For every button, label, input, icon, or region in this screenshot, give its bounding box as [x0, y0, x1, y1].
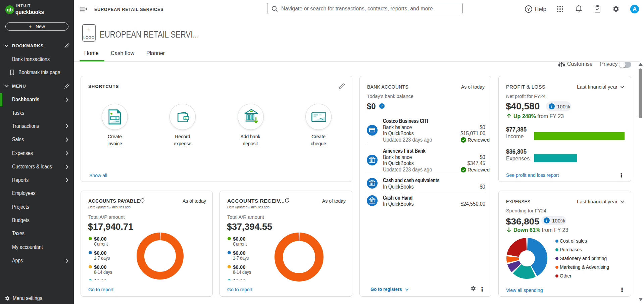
svg-text:qb: qb [7, 7, 13, 12]
svg-text:?: ? [527, 7, 530, 12]
